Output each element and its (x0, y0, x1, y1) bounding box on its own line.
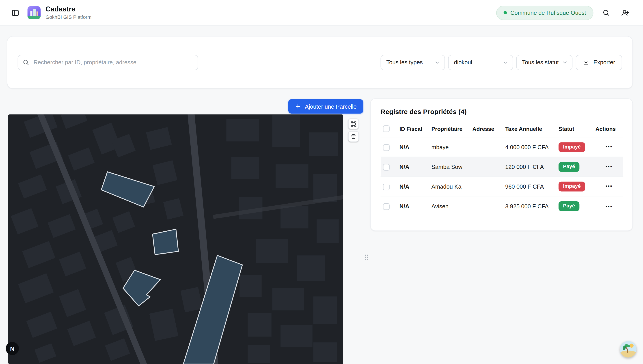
column-header-adresse: Adresse (470, 122, 503, 137)
draw-rectangle-icon (350, 121, 356, 127)
delete-parcel-tool-button[interactable] (348, 131, 359, 142)
map-svg (8, 114, 343, 364)
commune-badge-label: Commune de Rufisque Ouest (510, 10, 586, 16)
page-subtitle: GokhBI GIS Platform (46, 14, 92, 20)
cell-taxe: 120 000 F CFA (503, 157, 556, 177)
status-badge: Payé (558, 162, 580, 172)
cell-proprietaire: Avisen (429, 196, 470, 216)
search-icon (602, 9, 610, 16)
status-filter-value: Tous les statuts (522, 59, 558, 66)
export-button-label: Exporter (594, 59, 615, 66)
map-canvas[interactable] (8, 114, 343, 364)
column-header-id-fiscal: ID Fiscal (397, 122, 429, 137)
sidebar-toggle-button[interactable] (9, 6, 22, 19)
cell-id-fiscal: N/A (397, 196, 429, 216)
table-header-row: ID Fiscal Propriétaire Adresse Taxe Annu… (381, 122, 624, 137)
cell-adresse (470, 137, 503, 157)
registry-title: Registre des Propriétés (4) (381, 108, 622, 116)
column-header-proprietaire: Propriétaire (429, 122, 470, 137)
row-checkbox[interactable] (383, 164, 390, 170)
plus-icon (295, 103, 301, 109)
trash-icon (351, 134, 356, 140)
cell-id-fiscal: N/A (397, 137, 429, 157)
app-logo (28, 6, 41, 19)
cell-adresse (470, 177, 503, 196)
app-viewport: Cadastre GokhBI GIS Platform Commune de … (0, 0, 643, 364)
online-status-dot (504, 11, 507, 14)
table-row[interactable]: N/A Amadou Ka 960 000 F CFA Impayé ⋯ (381, 177, 624, 196)
compass-label: N (10, 345, 14, 352)
column-header-statut: Statut (556, 122, 593, 137)
chevron-down-icon (434, 59, 440, 65)
download-icon (583, 59, 589, 66)
add-parcel-button-label: Ajouter une Parcelle (305, 103, 357, 110)
cell-proprietaire: mbaye (429, 137, 470, 157)
row-checkbox[interactable] (383, 144, 390, 151)
commune-badge[interactable]: Commune de Rufisque Ouest (496, 6, 594, 20)
search-box (18, 55, 198, 70)
type-filter-dropdown[interactable]: Tous les types (381, 55, 445, 70)
status-badge: Payé (558, 202, 580, 211)
search-input[interactable] (18, 55, 198, 70)
panel-left-icon (12, 9, 19, 16)
type-filter-value: Tous les types (386, 59, 431, 66)
app-titles: Cadastre GokhBI GIS Platform (46, 5, 92, 20)
chevron-down-icon (502, 59, 508, 65)
row-actions-button[interactable]: ⋯ (603, 162, 615, 172)
page-title: Cadastre (46, 5, 92, 13)
map-draw-controls (348, 118, 359, 142)
compass-control[interactable]: N (6, 342, 19, 355)
table-row[interactable]: N/A Avisen 3 925 000 F CFA Payé ⋯ (381, 196, 624, 216)
app-header: Cadastre GokhBI GIS Platform Commune de … (0, 0, 643, 26)
cell-taxe: 3 925 000 F CFA (503, 196, 556, 216)
zone-filter-value: diokoul (454, 59, 499, 66)
select-all-checkbox[interactable] (383, 126, 390, 132)
row-actions-button[interactable]: ⋯ (603, 182, 615, 192)
cell-adresse (470, 196, 503, 216)
search-button[interactable] (600, 6, 612, 19)
registry-table: ID Fiscal Propriétaire Adresse Taxe Annu… (381, 122, 624, 216)
column-header-actions: Actions (593, 122, 623, 137)
row-actions-button[interactable]: ⋯ (603, 201, 615, 212)
user-menu-button[interactable] (619, 6, 632, 19)
cell-proprietaire: Amadou Ka (429, 177, 470, 196)
column-header-taxe: Taxe Annuelle (503, 122, 556, 137)
panel-resize-handle[interactable] (365, 255, 368, 260)
table-row[interactable]: N/A mbaye 4 000 000 F CFA Impayé ⋯ (381, 137, 624, 157)
city-logo-icon (28, 6, 41, 19)
cell-proprietaire: Samba Sow (429, 157, 470, 177)
cell-id-fiscal: N/A (397, 177, 429, 196)
search-icon (23, 59, 29, 66)
island-icon (620, 341, 636, 358)
cell-adresse (470, 157, 503, 177)
island-floating-button[interactable] (620, 341, 636, 358)
status-badge: Impayé (558, 142, 585, 152)
status-filter-dropdown[interactable]: Tous les statuts (516, 55, 573, 70)
cell-id-fiscal: N/A (397, 157, 429, 177)
filter-actions: Tous les types diokoul Tous les statuts … (381, 55, 622, 70)
row-actions-button[interactable]: ⋯ (603, 142, 615, 152)
zone-filter-dropdown[interactable]: diokoul (448, 55, 513, 70)
cell-taxe: 960 000 F CFA (503, 177, 556, 196)
header-actions: Commune de Rufisque Ouest (496, 6, 632, 20)
registry-card: Registre des Propriétés (4) ID Fiscal Pr… (370, 98, 633, 231)
row-checkbox[interactable] (383, 184, 390, 190)
export-button[interactable]: Exporter (576, 55, 622, 70)
row-checkbox[interactable] (383, 204, 390, 210)
draw-parcel-tool-button[interactable] (348, 118, 359, 129)
table-row[interactable]: N/A Samba Sow 120 000 F CFA Payé ⋯ (381, 157, 624, 177)
parcel-polygon[interactable] (152, 229, 178, 254)
user-plus-icon (621, 9, 629, 16)
chevron-down-icon (562, 59, 568, 65)
add-parcel-button[interactable]: Ajouter une Parcelle (288, 99, 364, 114)
filter-card: Tous les types diokoul Tous les statuts … (7, 36, 633, 88)
status-badge: Impayé (558, 182, 585, 191)
cell-taxe: 4 000 000 F CFA (503, 137, 556, 157)
